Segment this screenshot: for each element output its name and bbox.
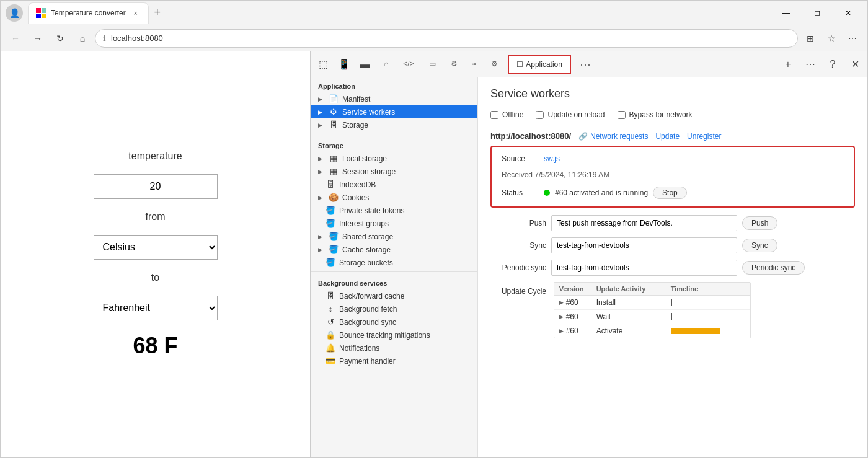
source-file-link[interactable]: sw.js — [544, 154, 560, 163]
tab-favicon — [36, 8, 46, 18]
active-tab[interactable]: Temperature converter × — [28, 2, 149, 24]
expand-arrow-manifest: ▶ — [318, 96, 322, 102]
tab-memory[interactable]: ⚙ — [484, 51, 505, 77]
update-on-reload-label: Update on reload — [547, 110, 604, 119]
offline-checkbox[interactable] — [490, 111, 498, 119]
devtools-help-button[interactable]: ? — [823, 55, 843, 74]
sidebar-item-local-storage[interactable]: ▶ ▦ Local storage — [311, 152, 477, 165]
tabs-view-button[interactable]: ⊞ — [800, 29, 820, 48]
uc-version-wait: ▶ #60 — [559, 312, 596, 321]
sidebar-label-payment-handler: Payment handler — [339, 357, 396, 366]
periodic-sync-button[interactable]: Periodic sync — [742, 261, 805, 275]
favorites-button[interactable]: ☆ — [822, 29, 841, 48]
refresh-button[interactable]: ↻ — [50, 29, 70, 48]
update-on-reload-checkbox[interactable] — [536, 111, 544, 119]
sidebar-item-bounce-tracking[interactable]: 🔒 Bounce tracking mitigations — [311, 328, 477, 341]
back-button[interactable]: ← — [6, 29, 25, 48]
sidebar-section-storage: Storage — [311, 137, 477, 152]
option-update-on-reload[interactable]: Update on reload — [536, 110, 604, 119]
temperature-input[interactable] — [94, 174, 218, 199]
sidebar-label-interest-groups: Interest groups — [339, 219, 389, 228]
devtools-device-button[interactable]: 📱 — [334, 55, 354, 74]
sidebar-item-interest-groups[interactable]: 🪣 Interest groups — [311, 217, 477, 230]
uc-col-activity: Update Activity — [596, 285, 671, 293]
nav-right-buttons: ⊞ ☆ ⋯ — [800, 29, 862, 48]
interest-groups-icon: 🪣 — [326, 219, 335, 228]
tab-application[interactable]: ☐ Application — [508, 55, 571, 74]
tab-performance[interactable]: ≈ — [465, 51, 484, 77]
expand-tri-wait[interactable]: ▶ — [559, 314, 564, 320]
option-bypass-for-network[interactable]: Bypass for network — [618, 110, 693, 119]
sidebar-item-background-sync[interactable]: ↺ Background sync — [311, 315, 477, 328]
restore-button[interactable]: ◻ — [803, 1, 831, 25]
session-storage-icon: ▦ — [329, 167, 339, 176]
sidebar-item-cookies[interactable]: ▶ 🍪 Cookies — [311, 191, 477, 204]
sidebar-item-cache-storage[interactable]: ▶ 🪣 Cache storage — [311, 243, 477, 256]
browser-more-button[interactable]: ⋯ — [843, 29, 862, 48]
to-select[interactable]: Fahrenheit Celsius Kelvin — [94, 296, 218, 320]
uc-row-activate: ▶ #60 Activate — [554, 324, 750, 338]
lock-icon: ℹ — [103, 34, 106, 43]
sidebar-item-storage-buckets[interactable]: 🪣 Storage buckets — [311, 256, 477, 269]
sidebar-item-back-forward-cache[interactable]: 🗄 Back/forward cache — [311, 289, 477, 302]
sidebar-item-storage-top[interactable]: ▶ 🗄 Storage — [311, 118, 477, 131]
tab-network[interactable]: ⚙ — [443, 51, 465, 77]
timeline-tick-install — [671, 299, 672, 306]
sidebar-item-manifest[interactable]: ▶ 📄 Manifest — [311, 92, 477, 105]
network-requests-link[interactable]: 🔗 Network requests — [578, 132, 648, 141]
devtools-add-tab-button[interactable]: + — [778, 55, 798, 74]
periodic-sync-input[interactable] — [551, 260, 737, 276]
update-link[interactable]: Update — [655, 132, 680, 141]
sidebar-item-indexeddb[interactable]: 🗄 IndexedDB — [311, 178, 477, 191]
storage-buckets-icon: 🪣 — [326, 258, 335, 267]
sidebar-item-payment-handler[interactable]: 💳 Payment handler — [311, 355, 477, 368]
sidebar-label-service-workers: Service workers — [342, 108, 395, 117]
option-offline[interactable]: Offline — [490, 110, 523, 119]
devtools-overflow-button[interactable]: ⋯ — [800, 55, 820, 74]
unregister-link[interactable]: Unregister — [687, 132, 721, 141]
devtools-more-tabs[interactable]: ⋯ — [575, 58, 596, 71]
devtools-close-button[interactable]: ✕ — [845, 55, 865, 74]
new-tab-button[interactable]: + — [149, 4, 166, 22]
stop-button[interactable]: Stop — [653, 187, 687, 199]
minimize-button[interactable]: — — [772, 1, 800, 25]
sync-input[interactable] — [551, 237, 737, 253]
from-select[interactable]: Celsius Fahrenheit Kelvin — [94, 235, 218, 260]
bypass-for-network-checkbox[interactable] — [618, 111, 626, 119]
expand-tri-install[interactable]: ▶ — [559, 299, 564, 306]
sidebar-item-shared-storage[interactable]: ▶ 🪣 Shared storage — [311, 230, 477, 243]
temperature-app: temperature from Celsius Fahrenheit Kelv… — [1, 51, 310, 457]
window-controls: — ◻ ✕ — [772, 1, 862, 25]
tab-close-button[interactable]: × — [131, 8, 141, 18]
devtools-main-panel: Service workers Offline Update on reload — [478, 77, 867, 457]
sync-button[interactable]: Sync — [742, 239, 777, 252]
devtools-layout-button[interactable]: ▬ — [355, 55, 375, 74]
address-bar[interactable]: ℹ localhost:8080 — [95, 29, 798, 48]
cache-storage-icon: 🪣 — [329, 245, 339, 254]
sidebar-item-background-fetch[interactable]: ↕ Background fetch — [311, 302, 477, 315]
sidebar-item-private-state-tokens[interactable]: 🪣 Private state tokens — [311, 204, 477, 217]
sidebar-label-cookies: Cookies — [342, 193, 369, 202]
devtools-tab-actions: + ⋯ ? ✕ — [778, 55, 865, 74]
forward-button[interactable]: → — [28, 29, 48, 48]
expand-tri-activate[interactable]: ▶ — [559, 328, 564, 334]
tab-sources[interactable]: ▭ — [422, 51, 443, 77]
shared-storage-icon: 🪣 — [329, 232, 339, 241]
home-button[interactable]: ⌂ — [73, 29, 92, 48]
sidebar-item-notifications[interactable]: 🔔 Notifications — [311, 341, 477, 355]
push-button[interactable]: Push — [742, 216, 777, 230]
tab-bar: Temperature converter × + — [28, 2, 767, 24]
sidebar-divider-1 — [311, 134, 477, 134]
sidebar-item-session-storage[interactable]: ▶ ▦ Session storage — [311, 165, 477, 178]
uc-version-activate: ▶ #60 — [559, 327, 596, 335]
sidebar-item-service-workers[interactable]: ▶ ⚙ Service workers — [311, 105, 477, 118]
devtools-inspect-button[interactable]: ⬚ — [313, 55, 333, 74]
tab-elements[interactable]: ⌂ — [376, 51, 396, 77]
push-row: Push Push — [490, 215, 855, 231]
push-input[interactable] — [551, 215, 737, 231]
temperature-label: temperature — [128, 151, 182, 162]
tab-console[interactable]: </> — [396, 51, 421, 77]
close-button[interactable]: ✕ — [834, 1, 862, 25]
network-requests-icon: 🔗 — [578, 132, 588, 141]
sidebar-label-session-storage: Session storage — [342, 167, 396, 176]
